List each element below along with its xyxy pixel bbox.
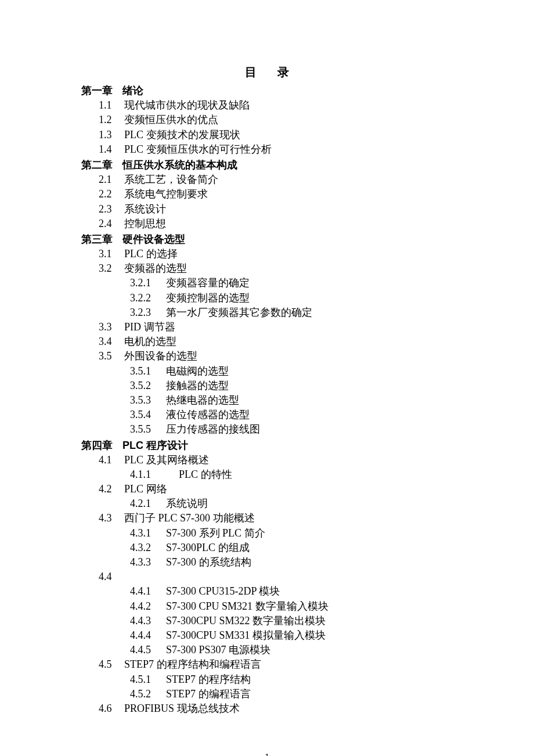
toc-section: 4.6PROFIBUS 现场总线技术 — [81, 701, 453, 716]
toc-section: 1.3PLC 变频技术的发展现状 — [81, 128, 453, 142]
document-page: 目录 第一章 绪论 1.1现代城市供水的现状及缺陷 1.2变频恒压供水的优点 1… — [0, 0, 534, 756]
chapter-label: 第三章 — [81, 232, 113, 247]
subsection-text: 液位传感器的选型 — [166, 409, 250, 420]
section-text: 外围设备的选型 — [124, 350, 197, 362]
subsection-number: 4.5.2 — [130, 687, 163, 701]
toc-section: 4.2PLC 网络 — [81, 482, 453, 496]
subsection-number: 3.5.4 — [130, 408, 163, 422]
toc-subsection: 3.2.1变频器容量的确定 — [81, 276, 453, 290]
section-number: 2.2 — [99, 187, 121, 201]
toc-section: 2.1系统工艺，设备简介 — [81, 172, 453, 187]
section-text: PLC 及其网络概述 — [124, 454, 209, 466]
chapter-label: 第二章 — [81, 158, 113, 172]
subsection-number: 4.3.3 — [130, 555, 163, 570]
toc-subsection: 4.3.3S7-300 的系统结构 — [81, 555, 453, 570]
toc-title: 目录 — [81, 64, 453, 80]
toc-subsection: 4.4.4S7-300CPU SM331 模拟量输入模块 — [81, 628, 453, 643]
subsection-text: 热继电器的选型 — [166, 394, 239, 406]
toc-section: 2.2系统电气控制要求 — [81, 187, 453, 201]
subsection-number: 3.2.3 — [130, 305, 163, 320]
toc-section: 4.1PLC 及其网络概述 — [81, 453, 453, 467]
toc-section: 1.4PLC 变频恒压供水的可行性分析 — [81, 142, 453, 157]
toc-subsection: 4.2.1系统说明 — [81, 496, 453, 511]
section-text: 变频恒压供水的优点 — [124, 114, 218, 125]
subsection-number: 3.5.5 — [130, 422, 163, 437]
subsection-number: 4.2.1 — [130, 496, 163, 511]
section-text: 控制思想 — [124, 218, 166, 229]
toc-subsection: 3.5.5压力传感器的接线图 — [81, 422, 453, 437]
subsection-text: 系统说明 — [166, 498, 208, 509]
section-number: 3.2 — [99, 261, 121, 276]
subsection-number: 4.4.1 — [130, 584, 163, 599]
toc-section: 3.3PID 调节器 — [81, 320, 453, 334]
chapter-heading: 第二章 恒压供水系统的基本构成 — [81, 158, 453, 172]
section-number: 4.1 — [99, 453, 121, 467]
toc-section: 3.5外围设备的选型 — [81, 349, 453, 363]
subsection-number: 3.5.2 — [130, 379, 163, 393]
toc-subsection: 4.5.1STEP7 的程序结构 — [81, 672, 453, 687]
chapter-heading: 第三章 硬件设备选型 — [81, 232, 453, 247]
section-number: 4.5 — [99, 657, 121, 672]
toc-subsection: 4.4.2S7-300 CPU SM321 数字量输入模块 — [81, 599, 453, 614]
chapter-name: 恒压供水系统的基本构成 — [122, 159, 237, 171]
toc-subsection: 4.5.2STEP7 的编程语言 — [81, 687, 453, 701]
subsection-number: 4.4.3 — [130, 614, 163, 628]
subsection-text: S7-300 系列 PLC 简介 — [166, 527, 265, 539]
section-text: PLC 网络 — [124, 483, 167, 495]
subsection-text: 接触器的选型 — [166, 380, 229, 391]
section-text: 系统电气控制要求 — [124, 188, 208, 200]
subsection-number: 4.4.5 — [130, 643, 163, 657]
chapter-label: 第一章 — [81, 84, 113, 98]
toc-section: 4.3西门子 PLC S7-300 功能概述 — [81, 511, 453, 525]
section-text: STEP7 的程序结构和编程语言 — [124, 658, 261, 670]
section-number: 3.3 — [99, 320, 121, 334]
subsection-number: 3.5.1 — [130, 364, 163, 379]
section-number: 4.4 — [99, 570, 121, 584]
subsection-text: PLC 的特性 — [179, 469, 232, 480]
chapter-label: 第四章 — [81, 438, 113, 453]
toc-subsection: 3.2.3第一水厂变频器其它参数的确定 — [81, 305, 453, 320]
section-number: 4.6 — [99, 701, 121, 716]
subsection-number: 3.2.1 — [130, 276, 163, 290]
toc-subsection: 4.3.2S7-300PLC 的组成 — [81, 541, 453, 555]
section-number: 2.1 — [99, 172, 121, 187]
toc-subsection: 4.3.1S7-300 系列 PLC 简介 — [81, 526, 453, 541]
section-number: 3.4 — [99, 334, 121, 349]
section-number: 2.4 — [99, 217, 121, 231]
subsection-number: 4.1.1 — [130, 467, 163, 482]
toc-section: 1.2变频恒压供水的优点 — [81, 113, 453, 127]
subsection-number: 4.4.4 — [130, 628, 163, 643]
subsection-text: STEP7 的程序结构 — [166, 674, 251, 685]
section-number: 3.5 — [99, 349, 121, 363]
section-text: 西门子 PLC S7-300 功能概述 — [124, 512, 255, 524]
chapter-heading: 第四章 PLC 程序设计 — [81, 438, 453, 453]
subsection-text: S7-300CPU SM322 数字量输出模块 — [166, 615, 326, 627]
subsection-number: 4.3.2 — [130, 541, 163, 555]
toc-section: 3.2变频器的选型 — [81, 261, 453, 276]
toc-subsection: 4.4.3S7-300CPU SM322 数字量输出模块 — [81, 614, 453, 628]
section-text: 系统设计 — [124, 203, 166, 215]
toc-subsection: 4.1.1PLC 的特性 — [81, 467, 453, 482]
subsection-text: S7-300 PS307 电源模块 — [166, 644, 270, 656]
section-number: 1.4 — [99, 142, 121, 157]
section-number: 3.1 — [99, 247, 121, 261]
toc-subsection: 4.4.1S7-300 CPU315-2DP 模块 — [81, 584, 453, 599]
section-number: 4.2 — [99, 482, 121, 496]
page-number: 1 — [81, 751, 453, 756]
subsection-number: 3.5.3 — [130, 393, 163, 408]
subsection-text: S7-300 CPU SM321 数字量输入模块 — [166, 600, 329, 612]
subsection-text: S7-300 的系统结构 — [166, 556, 251, 568]
toc-subsection: 3.5.3热继电器的选型 — [81, 393, 453, 408]
subsection-text: S7-300 CPU315-2DP 模块 — [166, 585, 280, 597]
toc-section: 1.1现代城市供水的现状及缺陷 — [81, 98, 453, 113]
section-number: 4.3 — [99, 511, 121, 525]
chapter-name: PLC 程序设计 — [122, 440, 188, 451]
toc-section: 2.4控制思想 — [81, 217, 453, 231]
subsection-number: 4.4.2 — [130, 599, 163, 614]
section-text: 系统工艺，设备简介 — [124, 174, 218, 185]
section-text: 电机的选型 — [124, 336, 176, 347]
subsection-text: 压力传感器的接线图 — [166, 423, 260, 435]
subsection-text: 变频器容量的确定 — [166, 277, 250, 289]
chapter-heading: 第一章 绪论 — [81, 84, 453, 98]
section-text: PID 调节器 — [124, 321, 175, 333]
